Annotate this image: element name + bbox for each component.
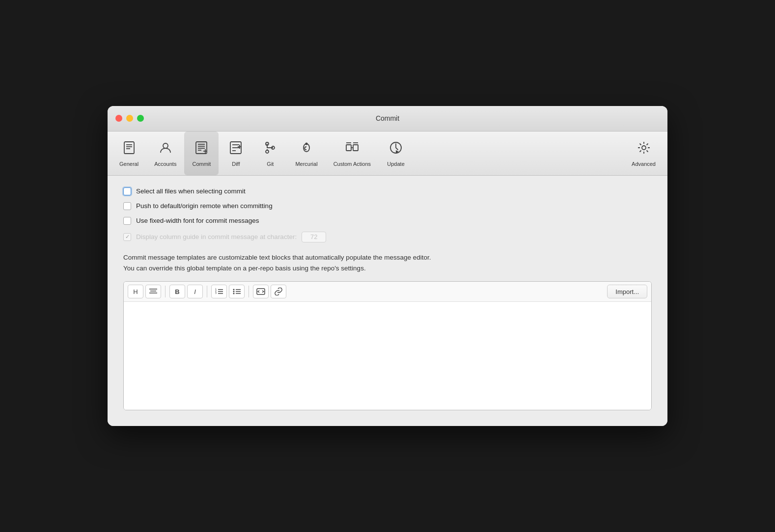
column-value-input[interactable] (302, 232, 326, 242)
check-icon: ✓ (125, 234, 130, 240)
checkbox-column-label: Display column guide in commit message a… (136, 233, 297, 240)
tab-update-label: Update (387, 161, 404, 167)
tab-accounts[interactable]: Accounts (146, 132, 184, 175)
description-line2: You can override this global template on… (123, 265, 366, 272)
description-text: Commit message templates are customizabl… (123, 252, 652, 273)
svg-rect-0 (124, 142, 134, 154)
svg-point-22 (305, 142, 308, 145)
bold-button[interactable]: B (169, 285, 185, 298)
tab-diff-label: Diff (232, 161, 240, 167)
checkbox-row-font: Use fixed-width font for commit messages (123, 217, 652, 225)
checkbox-font-label: Use fixed-width font for commit messages (136, 217, 259, 224)
titlebar: Commit (108, 106, 667, 132)
description-line1: Commit message templates are customizabl… (123, 254, 431, 261)
tab-custom-actions[interactable]: Custom Actions (326, 132, 379, 175)
code-button[interactable] (253, 285, 269, 298)
tab-advanced[interactable]: Advanced (624, 132, 664, 175)
checkbox-push[interactable] (123, 202, 131, 210)
heading-button[interactable]: H (128, 285, 143, 298)
minimize-button[interactable] (126, 115, 133, 122)
svg-point-19 (266, 150, 269, 153)
checkbox-row-push: Push to default/origin remote when commi… (123, 202, 652, 210)
tab-mercurial[interactable]: Mercurial (287, 132, 325, 175)
separator-3 (249, 286, 249, 297)
general-icon (121, 140, 137, 158)
link-button[interactable] (271, 285, 286, 298)
accounts-icon (158, 140, 173, 158)
unordered-list-button[interactable] (229, 285, 245, 298)
tab-accounts-label: Accounts (154, 161, 176, 167)
tab-git-label: Git (267, 161, 274, 167)
custom-actions-icon (344, 140, 360, 158)
mercurial-icon (299, 140, 314, 158)
checkbox-row-column: ✓ Display column guide in commit message… (123, 232, 652, 242)
tab-diff[interactable]: Diff (219, 132, 253, 175)
close-button[interactable] (115, 115, 122, 122)
checkbox-row-select-all: Select all files when selecting commit (123, 187, 652, 195)
tab-advanced-label: Advanced (632, 161, 656, 167)
italic-button[interactable]: I (187, 285, 203, 298)
preferences-window: Commit General Account (108, 106, 667, 426)
editor-body[interactable] (124, 302, 651, 410)
checkbox-push-label: Push to default/origin remote when commi… (136, 202, 273, 210)
editor-toolbar: H B I (124, 282, 651, 302)
svg-point-40 (233, 291, 235, 293)
tab-git[interactable]: Git (253, 132, 287, 175)
window-title: Commit (376, 114, 399, 122)
diff-icon (228, 140, 244, 158)
git-icon (262, 140, 278, 158)
tab-commit[interactable]: Commit (184, 132, 219, 175)
svg-rect-24 (353, 145, 358, 151)
tab-general[interactable]: General (111, 132, 146, 175)
svg-point-39 (233, 289, 235, 291)
svg-rect-23 (346, 145, 351, 151)
checkbox-select-all-label: Select all files when selecting commit (136, 187, 246, 195)
content-area: Select all files when selecting commit P… (108, 176, 667, 426)
maximize-button[interactable] (137, 115, 144, 122)
tab-custom-actions-label: Custom Actions (333, 161, 371, 167)
svg-text:3: 3 (215, 292, 217, 294)
tab-commit-label: Commit (192, 161, 211, 167)
checkbox-font[interactable] (123, 217, 131, 225)
toolbar-spacer (413, 132, 624, 175)
editor-container: H B I (123, 281, 652, 410)
advanced-icon (636, 140, 652, 158)
svg-point-29 (642, 146, 646, 150)
ordered-list-button[interactable]: 1 2 3 (211, 285, 227, 298)
update-icon (388, 140, 404, 158)
separator-1 (165, 286, 166, 297)
svg-point-4 (163, 143, 168, 148)
separator-2 (207, 286, 207, 297)
checkbox-select-all[interactable] (123, 187, 131, 195)
commit-icon (194, 140, 209, 158)
tab-mercurial-label: Mercurial (295, 161, 317, 167)
checkbox-column[interactable]: ✓ (123, 233, 131, 241)
toolbar: General Accounts (108, 132, 667, 176)
window-controls (115, 115, 144, 122)
align-button[interactable] (145, 285, 161, 298)
tab-general-label: General (119, 161, 138, 167)
svg-point-41 (233, 293, 235, 294)
tab-update[interactable]: Update (379, 132, 413, 175)
import-button[interactable]: Import... (607, 285, 647, 298)
